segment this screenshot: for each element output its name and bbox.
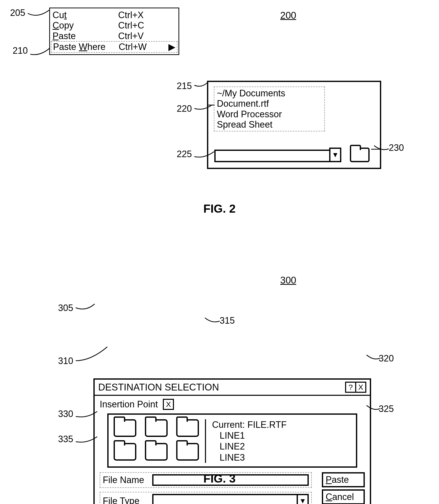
menu-label-underline: W	[79, 42, 87, 52]
insertion-point-checkbox[interactable]: X	[163, 399, 174, 410]
menu-label-underline: P	[53, 31, 59, 41]
destination-option[interactable]: ~/My Documents	[217, 88, 322, 98]
menu-item-paste-where[interactable]: Paste Where Ctrl+W ▶	[51, 41, 177, 52]
help-icon: ?	[349, 383, 353, 391]
paste-where-submenu: ~/My Documents Document.rtf Word Process…	[207, 81, 381, 169]
vertical-separator	[205, 419, 206, 463]
context-menu: Cut Ctrl+X Copy Ctrl+C Paste Ctrl+V Past…	[49, 8, 179, 55]
chevron-down-icon: ▼	[299, 497, 306, 504]
menu-label-text: aste	[59, 31, 76, 41]
destination-path-input[interactable]	[214, 150, 330, 162]
callout-210: 210	[13, 45, 28, 56]
menu-shortcut: Ctrl+W	[119, 42, 157, 52]
preview-line: LINE3	[220, 452, 287, 463]
destination-option[interactable]: Spread Sheet	[217, 119, 322, 130]
callout-205: 205	[10, 8, 25, 18]
callout-215: 215	[177, 81, 192, 91]
browse-folder-button[interactable]	[350, 148, 370, 162]
close-icon: X	[358, 383, 363, 391]
dialog-titlebar: DESTINATION SELECTION ? X	[95, 380, 370, 396]
callout-305: 305	[58, 303, 73, 313]
destination-option[interactable]: Word Processor	[217, 109, 322, 119]
figure-caption-2: FIG. 2	[0, 202, 439, 215]
destination-dropdown-button[interactable]: ▼	[329, 148, 341, 162]
folder-icon[interactable]	[176, 419, 199, 437]
menu-label-text: opy	[59, 20, 74, 31]
menu-shortcut: Ctrl+X	[118, 10, 156, 20]
menu-label-text: here	[87, 42, 106, 52]
menu-item-paste[interactable]: Paste Ctrl+V	[53, 31, 176, 41]
file-preview-info: Current: FILE.RTF LINE1 LINE2 LINE3	[212, 419, 287, 463]
menu-item-copy[interactable]: Copy Ctrl+C	[53, 20, 176, 31]
file-type-dropdown-button[interactable]: ▼	[297, 494, 309, 504]
button-underline: C	[326, 492, 332, 502]
callout-330: 330	[58, 409, 73, 419]
figure-number-300: 300	[280, 275, 296, 286]
destination-list-group: ~/My Documents Document.rtf Word Process…	[214, 87, 325, 131]
menu-label-underline: C	[53, 20, 59, 31]
figure-number-200: 200	[280, 10, 296, 21]
folder-icon[interactable]	[145, 419, 168, 437]
figure-caption-3: FIG. 3	[0, 472, 439, 485]
folder-icon[interactable]	[114, 443, 136, 461]
file-browser-panel: Current: FILE.RTF LINE1 LINE2 LINE3	[107, 413, 357, 468]
close-button[interactable]: X	[355, 382, 366, 393]
file-type-label: File Type	[103, 496, 148, 504]
folder-icon[interactable]	[114, 419, 136, 437]
callout-225: 225	[177, 149, 192, 159]
folder-icon[interactable]	[176, 443, 199, 461]
file-type-field-group: File Type ▼	[100, 492, 312, 504]
folder-icon[interactable]	[145, 443, 168, 461]
menu-shortcut: Ctrl+C	[118, 20, 156, 31]
menu-label-underline: t	[64, 10, 67, 20]
button-label: ancel	[332, 492, 354, 502]
file-type-input[interactable]	[152, 494, 298, 504]
preview-line: LINE2	[220, 441, 287, 452]
chevron-down-icon: ▼	[332, 151, 339, 159]
callout-220: 220	[177, 103, 192, 114]
insertion-point-label: Insertion Point	[100, 399, 158, 410]
cancel-button[interactable]: Cancel	[322, 489, 365, 504]
checkbox-mark: X	[166, 400, 171, 409]
menu-label-text: Paste	[53, 42, 79, 52]
submenu-arrow-icon: ▶	[168, 42, 175, 52]
callout-310: 310	[58, 356, 73, 366]
menu-item-cut[interactable]: Cut Ctrl+X	[53, 10, 176, 20]
menu-shortcut: Ctrl+V	[118, 31, 156, 41]
current-file-label: Current: FILE.RTF	[212, 419, 287, 430]
destination-option[interactable]: Document.rtf	[217, 98, 322, 109]
preview-line: LINE1	[220, 430, 287, 441]
dialog-title-text: DESTINATION SELECTION	[98, 382, 219, 393]
callout-335: 335	[58, 434, 73, 444]
help-button[interactable]: ?	[345, 382, 356, 393]
menu-label-text: Cu	[53, 10, 64, 20]
folder-grid	[114, 419, 199, 463]
